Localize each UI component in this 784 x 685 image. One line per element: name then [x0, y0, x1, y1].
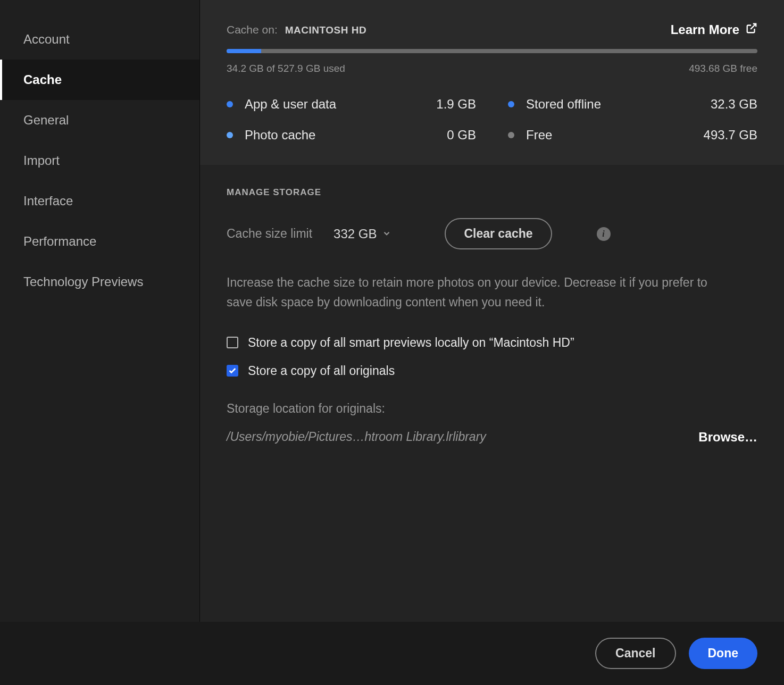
sidebar-item-general[interactable]: General	[0, 100, 199, 140]
sidebar-item-performance[interactable]: Performance	[0, 221, 199, 262]
storage-overview-section: Cache on: MACINTOSH HD Learn More	[200, 0, 784, 165]
checkbox-label: Store a copy of all originals	[248, 364, 395, 378]
sidebar-item-interface[interactable]: Interface	[0, 181, 199, 221]
done-button[interactable]: Done	[689, 638, 758, 669]
learn-more-label: Learn More	[671, 22, 739, 37]
storage-location-section: Storage location for originals: /Users/m…	[227, 402, 757, 445]
storage-location-label: Storage location for originals:	[227, 402, 757, 416]
chevron-down-icon	[382, 227, 391, 241]
footer: Cancel Done	[0, 622, 784, 685]
storage-value: 1.9 GB	[436, 97, 476, 112]
dot-icon	[508, 101, 514, 107]
browse-button[interactable]: Browse…	[698, 430, 757, 445]
cache-on-label: Cache on:	[227, 23, 278, 36]
sidebar-item-account[interactable]: Account	[0, 19, 199, 60]
storage-summary: 34.2 GB of 527.9 GB used 493.68 GB free	[227, 63, 757, 74]
storage-grid: App & user data 1.9 GB Stored offline 32…	[227, 97, 757, 143]
storage-label: Photo cache	[245, 128, 315, 143]
cancel-button[interactable]: Cancel	[595, 638, 675, 669]
manage-storage-section: MANAGE STORAGE Cache size limit 332 GB C…	[200, 165, 784, 622]
storage-row-free: Free 493.7 GB	[508, 128, 757, 143]
sidebar-item-technology-previews[interactable]: Technology Previews	[0, 262, 199, 302]
checkbox-smart-previews[interactable]	[227, 337, 238, 348]
storage-label: Free	[526, 128, 552, 143]
storage-label: Stored offline	[526, 97, 601, 112]
storage-progress-fill	[227, 49, 261, 53]
info-icon[interactable]: i	[597, 227, 611, 241]
storage-value: 493.7 GB	[704, 128, 757, 143]
cache-limit-value: 332 GB	[333, 227, 377, 241]
checkbox-label: Store a copy of all smart previews local…	[248, 336, 574, 350]
sidebar-item-cache[interactable]: Cache	[0, 60, 199, 100]
cache-on-value: MACINTOSH HD	[285, 24, 366, 36]
storage-free-text: 493.68 GB free	[689, 63, 757, 74]
dot-icon	[227, 101, 233, 107]
learn-more-link[interactable]: Learn More	[671, 22, 757, 37]
storage-progress-bar	[227, 49, 757, 53]
storage-row-app-data: App & user data 1.9 GB	[227, 97, 476, 112]
svg-line-0	[750, 24, 756, 29]
checkbox-row-originals: Store a copy of all originals	[227, 364, 757, 378]
cache-limit-label: Cache size limit	[227, 227, 312, 241]
clear-cache-button[interactable]: Clear cache	[445, 218, 552, 249]
storage-row-stored-offline: Stored offline 32.3 GB	[508, 97, 757, 112]
cache-description: Increase the cache size to retain more p…	[227, 273, 716, 312]
cache-limit-row: Cache size limit 332 GB Clear cache i	[227, 218, 757, 249]
storage-value: 0 GB	[447, 128, 476, 143]
content-area: Cache on: MACINTOSH HD Learn More	[200, 0, 784, 622]
checkbox-row-smart-previews: Store a copy of all smart previews local…	[227, 336, 757, 350]
storage-path: /Users/myobie/Pictures…htroom Library.lr…	[227, 430, 486, 444]
storage-label: App & user data	[245, 97, 336, 112]
storage-row-photo-cache: Photo cache 0 GB	[227, 128, 476, 143]
sidebar: Account Cache General Import Interface P…	[0, 0, 200, 622]
manage-storage-heading: MANAGE STORAGE	[227, 187, 757, 198]
external-link-icon	[746, 22, 757, 37]
cache-on-group: Cache on: MACINTOSH HD	[227, 23, 366, 36]
storage-used-text: 34.2 GB of 527.9 GB used	[227, 63, 345, 74]
storage-value: 32.3 GB	[711, 97, 757, 112]
cache-limit-dropdown[interactable]: 332 GB	[333, 227, 391, 241]
checkbox-originals[interactable]	[227, 365, 238, 377]
dot-icon	[227, 132, 233, 138]
dot-icon	[508, 132, 514, 138]
sidebar-item-import[interactable]: Import	[0, 140, 199, 181]
